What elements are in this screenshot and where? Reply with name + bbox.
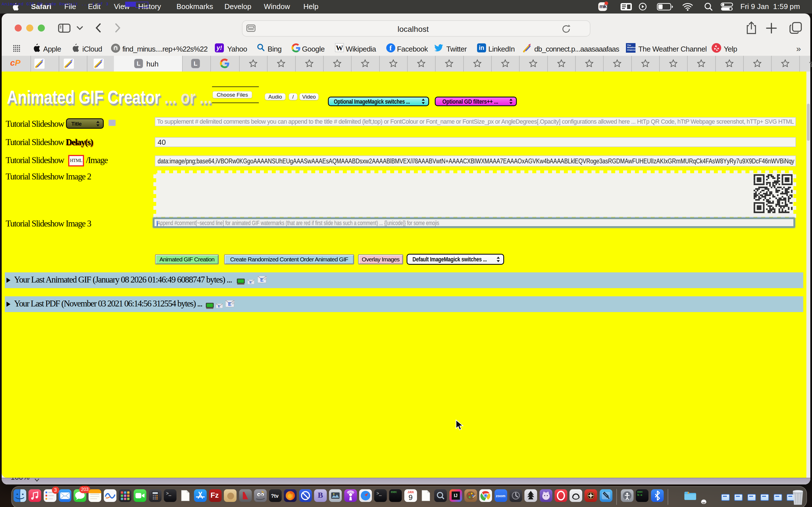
svg-text:E: E <box>260 277 264 283</box>
svg-text:E: E <box>228 301 232 307</box>
